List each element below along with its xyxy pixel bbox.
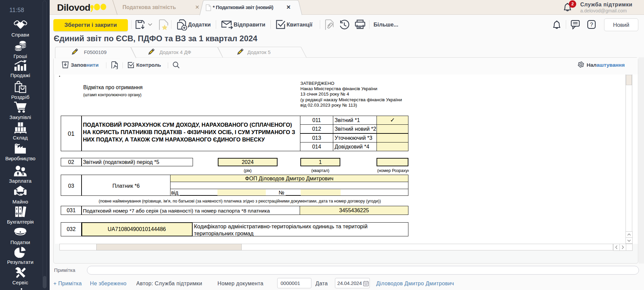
svg-text:?: ? [590,21,593,27]
